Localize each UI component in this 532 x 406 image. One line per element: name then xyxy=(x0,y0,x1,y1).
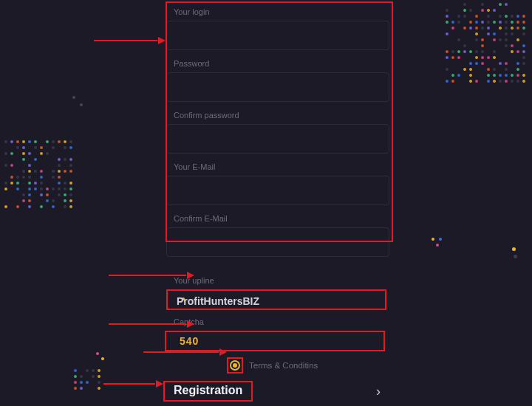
password-input[interactable] xyxy=(166,72,389,102)
decorative-dot xyxy=(436,244,439,247)
decorative-dot xyxy=(72,96,75,99)
decorative-dot xyxy=(512,247,516,251)
decorative-dot xyxy=(514,255,517,258)
confirm-password-input[interactable] xyxy=(166,124,389,154)
confirm-password-label: Confirm password xyxy=(174,111,389,120)
login-label: Your login xyxy=(174,7,389,16)
decorative-dot xyxy=(96,352,99,355)
confirm-email-input[interactable] xyxy=(166,227,389,257)
decorative-dots-top-right xyxy=(446,3,526,83)
terms-radio[interactable] xyxy=(230,360,240,371)
terms-row: Terms & Conditins xyxy=(227,357,389,374)
upline-label: Your upline xyxy=(174,276,389,285)
annotation-box-terms-radio xyxy=(227,357,243,374)
chevron-right-icon[interactable]: › xyxy=(376,384,381,399)
email-label: Your E-Mail xyxy=(174,162,389,171)
registration-button[interactable]: Registration xyxy=(163,381,253,402)
terms-label[interactable]: Terms & Conditins xyxy=(249,361,318,370)
captcha-value[interactable]: 540 xyxy=(165,331,385,351)
decorative-dot xyxy=(101,357,104,360)
password-label: Password xyxy=(174,59,389,68)
decorative-dots-left-mid xyxy=(4,140,73,209)
login-input[interactable] xyxy=(166,21,389,50)
decorative-dot xyxy=(432,238,434,241)
captcha-label: Captcha xyxy=(174,317,389,326)
decorative-dot xyxy=(80,103,83,106)
decorative-dots-bottom-left xyxy=(74,369,101,390)
registration-form: Your login Password Confirm password You… xyxy=(166,4,389,402)
confirm-email-label: Confirm E-Mail xyxy=(174,214,389,223)
email-input[interactable] xyxy=(166,176,389,205)
decorative-dot xyxy=(439,238,442,241)
upline-value: ProfitHuntersBIZ xyxy=(166,289,386,310)
